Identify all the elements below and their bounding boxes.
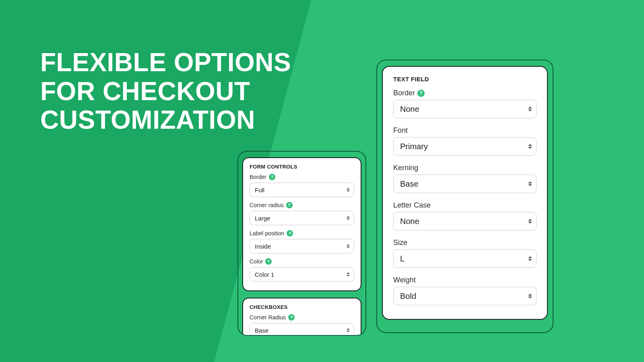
up-down-icon: [347, 188, 350, 192]
up-down-icon: [528, 107, 532, 111]
headline-line-2: for checkout: [40, 77, 291, 106]
up-down-icon: [528, 219, 532, 224]
up-down-icon: [347, 328, 350, 332]
help-icon[interactable]: ?: [287, 230, 293, 237]
card-title-checkboxes: CHECKBOXES: [250, 304, 354, 310]
label-tf-font: Font: [393, 126, 408, 135]
up-down-icon: [528, 294, 532, 298]
up-down-icon: [347, 216, 350, 220]
field-form-corner-radius: Corner radius ? Large: [250, 202, 354, 225]
select-value: None: [400, 217, 419, 226]
select-value: Base: [400, 179, 419, 189]
card-text-field: TEXT FIELD Border ? None Font Primary: [382, 66, 548, 320]
select-tf-size[interactable]: L: [393, 249, 537, 268]
field-tf-font: Font Primary: [393, 126, 537, 156]
label-tf-weight: Weight: [393, 276, 416, 284]
select-value: None: [400, 105, 419, 114]
select-form-color[interactable]: Color 1: [250, 267, 354, 282]
help-icon[interactable]: ?: [417, 90, 425, 97]
select-tf-border[interactable]: None: [393, 100, 537, 118]
field-tf-kerning: Kerning Base: [393, 164, 537, 193]
card-title-form-controls: FORM CONTROLS: [250, 164, 354, 170]
select-checkbox-corner-radius[interactable]: Base: [250, 323, 354, 336]
label-form-border: Border: [250, 174, 266, 180]
help-icon[interactable]: ?: [288, 314, 295, 321]
select-tf-font[interactable]: Primary: [393, 137, 537, 156]
field-form-border: Border ? Full: [250, 174, 354, 197]
headline-line-3: customization: [40, 106, 291, 135]
select-form-corner-radius[interactable]: Large: [250, 211, 354, 225]
help-icon[interactable]: ?: [269, 174, 275, 180]
label-tf-size: Size: [393, 239, 407, 247]
label-checkbox-corner-radius: Corner Radius: [250, 314, 286, 321]
up-down-icon: [528, 144, 532, 149]
select-value: L: [400, 254, 405, 263]
select-tf-weight[interactable]: Bold: [393, 287, 537, 305]
panel-outline-left: FORM CONTROLS Border ? Full Corner radiu…: [237, 151, 366, 336]
select-form-border[interactable]: Full: [250, 183, 354, 197]
label-tf-kerning: Kerning: [393, 164, 418, 172]
help-icon[interactable]: ?: [286, 202, 293, 208]
headline: Flexible options for checkout customizat…: [40, 48, 291, 135]
label-tf-letter-case: Letter Case: [393, 201, 431, 210]
headline-line-1: Flexible options: [40, 48, 291, 77]
field-form-color: Color ? Color 1: [250, 258, 354, 282]
up-down-icon: [528, 256, 532, 261]
select-value: Full: [255, 187, 264, 193]
select-value: Primary: [400, 142, 428, 151]
card-title-text-field: TEXT FIELD: [393, 76, 537, 82]
field-form-label-position: Label position ? Inside: [250, 230, 354, 253]
select-value: Base: [255, 327, 268, 334]
label-form-label-position: Label position: [250, 230, 284, 237]
select-value: Color 1: [255, 271, 274, 278]
select-tf-kerning[interactable]: Base: [393, 175, 537, 193]
label-tf-border: Border: [393, 89, 415, 97]
up-down-icon: [347, 272, 350, 276]
field-tf-border: Border ? None: [393, 89, 537, 118]
card-form-controls: FORM CONTROLS Border ? Full Corner radiu…: [242, 157, 361, 291]
field-checkbox-corner-radius: Corner Radius ? Base: [250, 314, 354, 336]
select-value: Large: [255, 215, 270, 222]
select-value: Inside: [255, 243, 271, 250]
field-tf-weight: Weight Bold: [393, 276, 537, 305]
card-checkboxes: CHECKBOXES Corner Radius ? Base: [242, 298, 361, 336]
help-icon[interactable]: ?: [265, 258, 272, 265]
up-down-icon: [528, 181, 532, 186]
label-form-color: Color: [250, 258, 263, 265]
field-tf-letter-case: Letter Case None: [393, 201, 537, 230]
field-tf-size: Size L: [393, 239, 537, 268]
select-value: Bold: [400, 292, 416, 301]
up-down-icon: [347, 244, 350, 248]
panel-outline-right: TEXT FIELD Border ? None Font Primary: [376, 60, 553, 333]
label-form-corner-radius: Corner radius: [250, 202, 284, 208]
select-tf-letter-case[interactable]: None: [393, 212, 537, 230]
select-form-label-position[interactable]: Inside: [250, 239, 354, 253]
